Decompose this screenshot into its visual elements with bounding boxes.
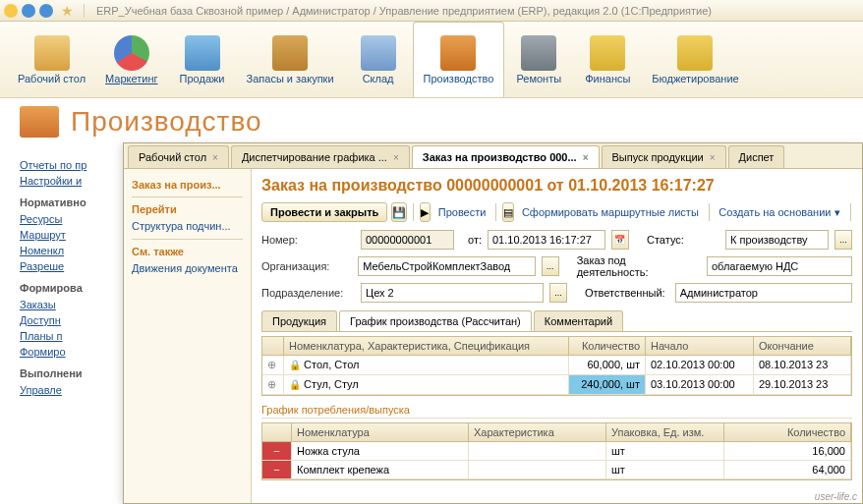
table-row[interactable]: ⊕ 🔒 Стол, Стол 60,000, шт 02.10.2013 00:…: [262, 356, 851, 375]
app-icon: [4, 4, 18, 18]
sub-tabs: Продукция График производства (Рассчитан…: [261, 310, 852, 332]
tool-marketing[interactable]: Маркетинг: [95, 22, 167, 97]
expand-icon[interactable]: ⊕: [267, 359, 279, 371]
tab-output[interactable]: Выпуск продукции×: [602, 145, 726, 168]
date-field[interactable]: [488, 230, 605, 250]
tool-stock[interactable]: Запасы и закупки: [237, 22, 344, 97]
tab-order[interactable]: Заказ на производство 000...×: [412, 145, 600, 168]
subtab-comment[interactable]: Комментарий: [534, 310, 623, 331]
lock-icon: 🔒: [289, 360, 301, 370]
subtab-schedule[interactable]: График производства (Рассчитан): [339, 310, 532, 331]
close-icon[interactable]: ×: [212, 152, 218, 163]
window-title: ERP_Учебная база Сквозной пример / Админ…: [96, 5, 712, 17]
save-icon[interactable]: 💾: [391, 202, 407, 222]
lp-plans[interactable]: Планы п: [20, 328, 128, 344]
calendar-icon[interactable]: 📅: [611, 230, 629, 250]
tab-disp2[interactable]: Диспет: [728, 145, 785, 168]
close-icon[interactable]: ×: [583, 152, 589, 163]
org-field[interactable]: [358, 256, 536, 276]
lp-nomen[interactable]: Номенкл: [20, 243, 128, 258]
favorite-icon[interactable]: ★: [61, 3, 74, 19]
schedule-grid[interactable]: Номенклатура, Характеристика, Спецификац…: [261, 336, 852, 396]
tab-desktop[interactable]: Рабочий стол×: [128, 145, 229, 168]
lp-res[interactable]: Ресурсы: [20, 211, 128, 227]
lock-icon: 🔒: [289, 379, 301, 390]
tool-production[interactable]: Производство: [413, 22, 505, 97]
dots-button[interactable]: ...: [542, 256, 559, 276]
subtab-products[interactable]: Продукция: [261, 310, 337, 331]
status-field[interactable]: [725, 230, 829, 250]
section-icon: [20, 106, 59, 138]
expand-icon[interactable]: ⊕: [267, 378, 279, 391]
table-row[interactable]: ⊕ 🔒 Стул, Стул 240,000, шт 03.10.2013 00…: [262, 375, 851, 395]
form-toolbar: Провести и закрыть 💾 ▶ Провести ▤ Сформи…: [261, 202, 852, 222]
table-row[interactable]: − Ножка стула шт 16,000: [262, 442, 851, 461]
lp-form[interactable]: Формиро: [20, 344, 128, 360]
nav-back-icon[interactable]: [22, 4, 35, 18]
nav-movements[interactable]: Движения документа: [132, 259, 243, 277]
tool-finance[interactable]: Финансы: [573, 22, 642, 97]
window-tabs: Рабочий стол× Диспетчирование графика ..…: [124, 143, 862, 169]
close-icon[interactable]: ×: [393, 152, 399, 163]
dots-button[interactable]: ...: [549, 283, 567, 303]
nav-fwd-icon[interactable]: [39, 4, 53, 18]
main-toolbar: Рабочий стол Маркетинг Продажи Запасы и …: [0, 22, 863, 98]
tool-budget[interactable]: Бюджетирование: [642, 22, 748, 97]
section-header: Производство: [0, 98, 863, 145]
titlebar: ★ ERP_Учебная база Сквозной пример / Адм…: [0, 0, 863, 22]
tool-warehouse[interactable]: Склад: [344, 22, 413, 97]
lp-perm[interactable]: Разреше: [20, 258, 128, 274]
tab-dispatch[interactable]: Диспетчирование графика ...×: [231, 145, 410, 168]
nav-structure[interactable]: Структура подчин...: [132, 217, 243, 235]
lp-manage[interactable]: Управле: [20, 382, 128, 398]
lp-avail[interactable]: Доступн: [20, 312, 128, 328]
dots-button[interactable]: ...: [834, 230, 852, 250]
lp-reports[interactable]: Отчеты по пр: [20, 157, 128, 173]
create-based-link[interactable]: Создать на основании ▾: [715, 203, 843, 222]
form-title: Заказ на производство 00000000001 от 01.…: [261, 177, 852, 195]
list-icon[interactable]: ▤: [502, 202, 514, 222]
form-nav-panel: Заказ на произ... Перейти Структура подч…: [124, 169, 252, 503]
document-window: Рабочий стол× Диспетчирование графика ..…: [123, 142, 863, 504]
dept-field[interactable]: [361, 283, 544, 303]
document-form: Заказ на производство 00000000001 от 01.…: [252, 169, 862, 503]
post-close-button[interactable]: Провести и закрыть: [261, 202, 387, 222]
routes-link[interactable]: Сформировать маршрутные листы: [518, 203, 703, 221]
post-icon[interactable]: ▶: [420, 202, 431, 222]
watermark: user-life.c: [815, 491, 857, 502]
lp-settings[interactable]: Настройки и: [20, 173, 128, 189]
fieldset-label: График потребления/выпуска: [261, 404, 852, 419]
tool-sales[interactable]: Продажи: [168, 22, 237, 97]
responsible-field[interactable]: [675, 283, 852, 303]
lp-route[interactable]: Маршрут: [20, 227, 128, 243]
tool-desktop[interactable]: Рабочий стол: [8, 22, 95, 97]
number-field[interactable]: [361, 230, 454, 250]
lp-orders[interactable]: Заказы: [20, 297, 128, 312]
consumption-grid[interactable]: Номенклатура Характеристика Упаковка, Ед…: [261, 422, 852, 480]
post-link[interactable]: Провести: [434, 203, 490, 221]
left-nav-panel: Отчеты по пр Настройки и Нормативно Ресу…: [0, 149, 128, 406]
table-row[interactable]: − Комплект крепежа шт 64,000: [262, 461, 851, 479]
section-title: Производство: [71, 106, 262, 138]
activity-field[interactable]: [707, 256, 852, 276]
close-icon[interactable]: ×: [710, 152, 716, 163]
tool-repairs[interactable]: Ремонты: [504, 22, 573, 97]
